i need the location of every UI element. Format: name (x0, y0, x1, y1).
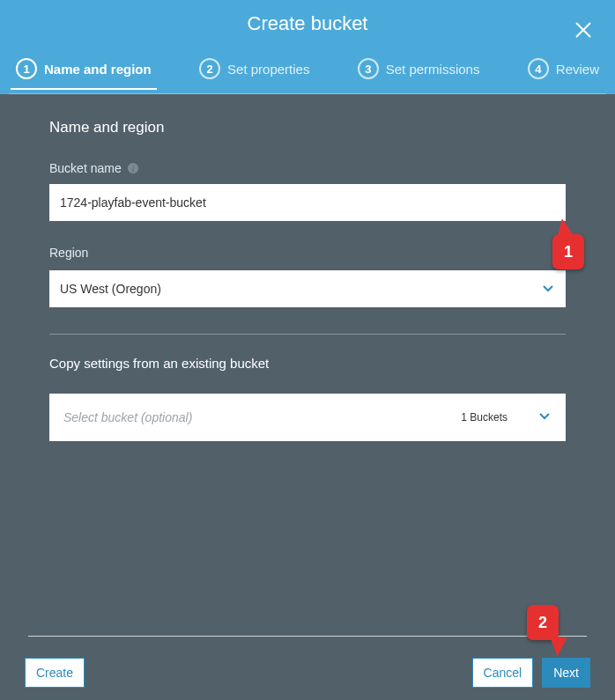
section-title-name-region: Name and region (49, 119, 566, 136)
region-select[interactable]: US West (Oregon) (49, 270, 566, 307)
chevron-down-icon (541, 281, 555, 298)
next-button[interactable]: Next (542, 658, 590, 688)
region-value: US West (Oregon) (60, 282, 161, 296)
step-label: Set properties (227, 62, 309, 77)
copy-bucket-select[interactable]: Select bucket (optional) 1 Buckets (49, 394, 566, 441)
region-label: Region (49, 246, 566, 260)
chevron-down-icon (537, 409, 552, 426)
annotation-label: 2 (527, 605, 559, 640)
bucket-count: 1 Buckets (461, 411, 508, 424)
cancel-button[interactable]: Cancel (472, 658, 534, 688)
step-set-permissions[interactable]: 3 Set permissions (352, 53, 485, 90)
info-icon[interactable]: i (127, 162, 139, 174)
close-button[interactable] (573, 19, 594, 41)
step-number: 1 (16, 58, 37, 79)
step-number: 4 (528, 58, 549, 79)
bucket-name-label: Bucket name i (49, 161, 566, 175)
step-number: 3 (358, 58, 379, 79)
step-review[interactable]: 4 Review (522, 53, 604, 90)
copy-settings-title: Copy settings from an existing bucket (49, 356, 566, 371)
close-icon (573, 28, 594, 43)
bucket-name-input[interactable] (49, 184, 566, 221)
create-button[interactable]: Create (25, 658, 85, 688)
footer-divider (28, 636, 587, 637)
dialog-title: Create bucket (0, 12, 615, 53)
step-label: Name and region (44, 62, 152, 77)
divider (49, 334, 566, 335)
svg-text:i: i (131, 164, 134, 173)
bucket-name-label-text: Bucket name (49, 161, 122, 175)
annotation-2: 2 (527, 605, 559, 640)
copy-placeholder: Select bucket (optional) (63, 410, 192, 424)
step-number: 2 (199, 58, 220, 79)
step-set-properties[interactable]: 2 Set properties (194, 53, 315, 90)
wizard-steps: 1 Name and region 2 Set properties 3 Set… (0, 53, 615, 93)
step-name-and-region[interactable]: 1 Name and region (11, 53, 157, 90)
step-label: Review (556, 62, 599, 77)
step-label: Set permissions (386, 62, 480, 77)
